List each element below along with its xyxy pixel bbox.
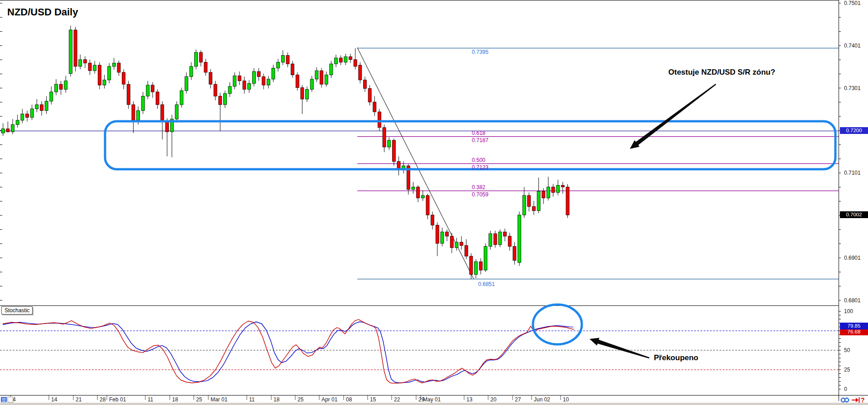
candle-down xyxy=(166,122,169,132)
candle-down xyxy=(219,96,222,105)
candle-up xyxy=(194,52,197,67)
candle-up xyxy=(499,232,502,245)
candle-up xyxy=(310,79,313,90)
fib-price-label: 0.7187 xyxy=(472,137,489,143)
candle-up xyxy=(484,246,487,270)
candle-down xyxy=(243,81,246,90)
candle-down xyxy=(383,128,386,147)
date-label: 14 xyxy=(51,396,57,403)
candle-up xyxy=(335,58,338,64)
fib-price-label: 0.7059 xyxy=(472,191,489,198)
trading-chart-window: NZD/USD Daily Otestuje NZD/USD S/R zónu?… xyxy=(0,0,868,405)
candle-up xyxy=(252,71,255,83)
candle-down xyxy=(354,60,357,67)
candle-up xyxy=(233,76,236,86)
candle-down xyxy=(127,84,130,105)
candle-down xyxy=(359,65,362,80)
date-label: 13 xyxy=(466,396,472,403)
indicator-axis-label: 0 xyxy=(844,386,847,392)
candle-down xyxy=(431,215,434,225)
candle-up xyxy=(30,109,34,118)
date-label: 18 xyxy=(172,396,178,403)
candle-down xyxy=(199,52,202,62)
date-label: 18 xyxy=(273,396,279,403)
candle-up xyxy=(306,89,309,99)
indicator-axis-label: 100 xyxy=(844,308,853,314)
candle-down xyxy=(238,76,241,81)
indicator-axis-label: 50 xyxy=(844,347,850,353)
candle-up xyxy=(330,64,333,75)
date-label: 11 xyxy=(148,396,153,403)
candle-down xyxy=(378,112,381,128)
candle-up xyxy=(272,68,275,79)
candle-up xyxy=(315,71,318,79)
date-label: 25 xyxy=(297,396,303,403)
candle-down xyxy=(204,62,207,72)
candle-down xyxy=(291,64,294,75)
price-axis-label: 0.6801 xyxy=(844,297,861,304)
candle-down xyxy=(504,232,507,236)
candle-down xyxy=(301,88,304,99)
candle-up xyxy=(388,140,391,147)
candle-down xyxy=(508,236,511,247)
date-label: 11 xyxy=(249,396,254,403)
candle-up xyxy=(103,80,106,85)
candle-down xyxy=(59,84,62,89)
candle-down xyxy=(363,80,366,89)
candle-up xyxy=(281,55,284,62)
chart-title: NZD/USD Daily xyxy=(7,6,78,18)
candle-down xyxy=(479,262,482,270)
candle-up xyxy=(421,195,424,198)
candle-up xyxy=(64,81,67,90)
candle-down xyxy=(209,72,212,84)
chart-shift-icon[interactable] xyxy=(856,398,858,402)
price-level-badge: 0.7200 xyxy=(840,127,868,134)
fib-low-label: 0.6851 xyxy=(478,281,495,287)
candle-down xyxy=(262,76,265,85)
fib-high-label: 0.7395 xyxy=(472,49,489,55)
candle-down xyxy=(373,102,376,112)
price-axis-label: 0.7501 xyxy=(844,0,861,6)
stochastic-signal-line xyxy=(3,319,574,383)
date-label: 10 xyxy=(563,396,569,403)
candle-down xyxy=(88,63,91,71)
candle-down xyxy=(436,225,439,243)
candle-up xyxy=(180,91,183,105)
candle-down xyxy=(368,89,371,102)
candle-up xyxy=(16,120,19,124)
date-label: 20 xyxy=(490,396,496,403)
date-label: 25 xyxy=(196,396,202,403)
annotation-sr-zone: Otestuje NZD/USD S/R zónu? xyxy=(668,68,775,77)
candle-down xyxy=(286,55,289,64)
overbought-arrow xyxy=(590,338,649,358)
stochastic-signal-badge: 76.68 xyxy=(840,329,868,335)
candle-down xyxy=(513,246,516,260)
candle-down xyxy=(551,187,555,192)
candle-down xyxy=(446,232,449,236)
candle-up xyxy=(547,187,550,198)
candle-down xyxy=(528,195,531,206)
candle-up xyxy=(556,185,560,192)
candle-down xyxy=(257,71,260,76)
candle-down xyxy=(296,75,299,88)
candle-down xyxy=(320,71,323,84)
date-label: 22 xyxy=(394,396,400,403)
candle-up xyxy=(489,233,492,246)
chart-canvas[interactable] xyxy=(0,0,868,405)
candle-up xyxy=(344,57,347,62)
candle-up xyxy=(45,101,48,111)
candle-up xyxy=(190,67,193,77)
candle-up xyxy=(248,83,251,89)
candle-down xyxy=(6,129,10,132)
sr-zone-rectangle xyxy=(105,121,835,169)
candle-up xyxy=(108,67,111,80)
window-bottom-strip xyxy=(0,403,868,405)
help-icon[interactable]: ? xyxy=(861,396,865,404)
candle-down xyxy=(98,65,101,85)
candle-up xyxy=(1,129,5,133)
indicator-label: Stochastic xyxy=(1,306,33,314)
price-axis-label: 0.7401 xyxy=(844,43,861,49)
candle-up xyxy=(441,232,444,243)
candle-up xyxy=(523,195,526,215)
date-label: Apr 01 xyxy=(321,396,337,403)
